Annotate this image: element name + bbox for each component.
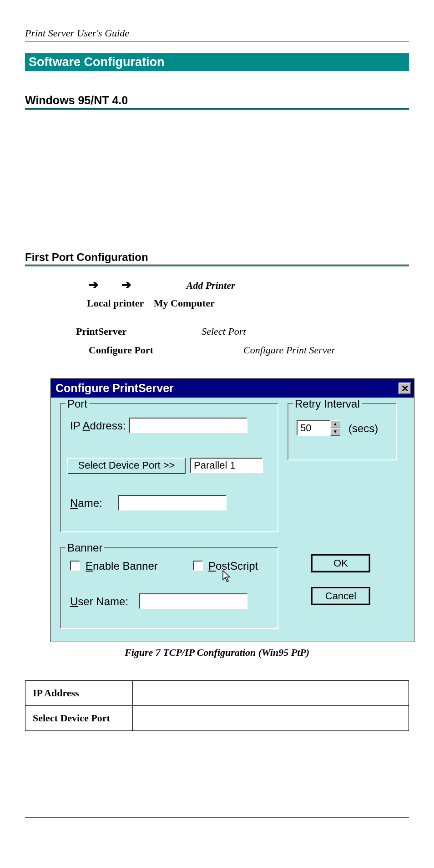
select-port-text: Select Port: [202, 326, 246, 337]
local-printer-text: Local printer: [87, 297, 144, 309]
figure-caption: Figure 7 TCP/IP Configuration (Win95 PtP…: [25, 647, 409, 659]
retry-value-input[interactable]: 50: [297, 420, 330, 436]
ok-button[interactable]: OK: [311, 554, 370, 572]
section-title: Software Configuration: [29, 55, 165, 69]
section-title-bar: Software Configuration: [25, 53, 409, 71]
username-label: User Name:: [70, 595, 128, 608]
ip-address-input[interactable]: [129, 418, 247, 433]
postscript-checkbox[interactable]: [193, 561, 203, 571]
close-button[interactable]: ✕: [399, 383, 411, 394]
enable-banner-label: Enable Banner: [86, 560, 158, 572]
retry-interval-groupbox: 50 ▲ ▼ (secs): [288, 403, 397, 460]
settings-info-table: IP Address Select Device Port: [25, 680, 409, 731]
cell-label: IP Address: [25, 681, 133, 706]
device-port-input[interactable]: Parallel 1: [190, 458, 263, 473]
retry-spinner[interactable]: 50 ▲ ▼: [297, 420, 340, 436]
postscript-label: PostScript: [208, 560, 258, 572]
ip-address-label: IP Address:: [70, 419, 126, 432]
cell-label: Select Device Port: [25, 706, 133, 731]
dialog-titlebar: Configure PrintServer ✕: [51, 379, 414, 398]
table-row: IP Address: [25, 681, 409, 706]
teal-divider: [25, 265, 409, 266]
banner-groupbox: Enable Banner PostScript User Name:: [60, 547, 278, 629]
configure-port-text: Configure Port: [89, 344, 153, 356]
username-input[interactable]: [139, 593, 247, 609]
arrow-right-icon: ➔: [89, 275, 99, 295]
secs-label: (secs): [348, 422, 378, 435]
arrow-right-icon: ➔: [121, 275, 131, 295]
document-header: Print Server User's Guide: [25, 27, 409, 41]
cell-value: [133, 706, 409, 731]
enable-banner-checkbox[interactable]: [70, 561, 80, 571]
printserver-text: PrintServer: [76, 326, 126, 337]
name-label: Name:: [70, 497, 102, 510]
dialog-title: Configure PrintServer: [56, 382, 399, 395]
select-device-port-button[interactable]: Select Device Port >>: [67, 458, 186, 474]
cancel-button[interactable]: Cancel: [311, 587, 370, 605]
body-text-area: ➔ ➔ Add Printer Local printer My Compute…: [25, 275, 409, 358]
name-input[interactable]: [118, 495, 227, 511]
configure-print-server-text: Configure Print Server: [243, 344, 335, 356]
my-computer-text: My Computer: [154, 297, 215, 309]
table-row: Select Device Port: [25, 706, 409, 731]
subsubsection-heading: First Port Configuration: [25, 251, 409, 264]
cell-value: [133, 681, 409, 706]
add-printer-text: Add Printer: [187, 280, 235, 291]
port-groupbox: IP Address: Select Device Port >> Parall…: [60, 403, 278, 532]
spinner-up-icon[interactable]: ▲: [330, 420, 340, 428]
dialog-configure-printserver: Configure PrintServer ✕ IP Address: Sele…: [50, 378, 414, 642]
footer-rule: [25, 817, 409, 818]
subsection-heading: Windows 95/NT 4.0: [25, 94, 409, 107]
spinner-down-icon[interactable]: ▼: [330, 428, 340, 436]
